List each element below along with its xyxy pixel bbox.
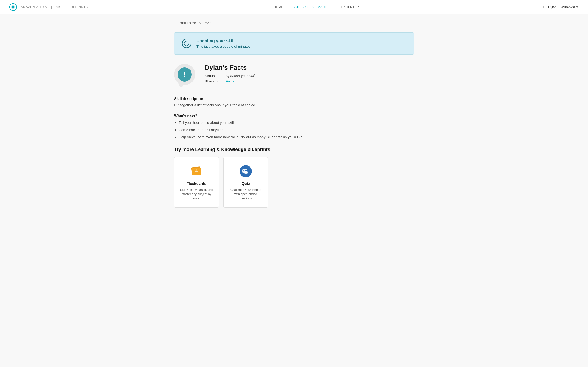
skill-icon-wrapper: ! (174, 64, 198, 87)
blueprint-label: Blueprint (205, 79, 224, 83)
update-banner-subtitle: This just takes a couple of minutes. (196, 44, 251, 48)
brand-text: Amazon Alexa | SKILL BLUEPRINTS (19, 5, 89, 9)
brand-separator: | (51, 5, 53, 9)
whats-next-title: What's next? (174, 114, 414, 118)
blueprint-link[interactable]: Facts (226, 79, 234, 83)
svg-rect-7 (195, 171, 198, 172)
svg-point-4 (184, 41, 189, 46)
user-menu[interactable]: Hi, Dylan E Wilbanks! ▼ (543, 5, 579, 9)
blueprint-card-quiz[interactable]: Quiz Challenge your friends with open-en… (224, 157, 268, 208)
blueprint-cards-container: Flashcards Study, test yourself, and mas… (174, 157, 414, 208)
flashcards-card-desc: Study, test yourself, and master any sub… (179, 188, 214, 201)
svg-point-11 (243, 170, 244, 171)
skill-description-title: Skill description (174, 97, 414, 101)
alexa-logo-icon (9, 3, 17, 11)
svg-point-13 (246, 170, 247, 171)
status-value: Updating your skill (226, 74, 255, 78)
quiz-card-desc: Challenge your friends with open-ended q… (228, 188, 263, 201)
list-item: Help Alexa learn even more new skills - … (179, 134, 414, 140)
chevron-down-icon: ▼ (576, 5, 579, 9)
user-greeting: Hi, Dylan E Wilbanks! (543, 5, 575, 9)
nav-help-center[interactable]: HELP CENTER (336, 5, 359, 9)
nav-skills-made[interactable]: SKILLS YOU'VE MADE (293, 5, 327, 9)
skill-description-section: Skill description Put together a list of… (174, 97, 414, 107)
flashcards-icon (189, 164, 203, 178)
skill-details: Dylan's Facts Status Updating your skill… (205, 64, 414, 83)
svg-point-3 (182, 39, 191, 48)
update-banner-title: Updating your skill (196, 39, 251, 43)
header-brand-group: Amazon Alexa | SKILL BLUEPRINTS (9, 3, 89, 11)
back-arrow-icon: ← (174, 21, 178, 25)
skill-icon-bubble: ! (174, 64, 195, 85)
list-item: Come back and edit anytime (179, 127, 414, 133)
main-nav: HOME SKILLS YOU'VE MADE HELP CENTER (274, 5, 359, 9)
quiz-icon (239, 164, 253, 178)
svg-point-12 (245, 170, 246, 171)
flashcards-card-title: Flashcards (179, 182, 214, 186)
skill-meta: Status Updating your skill Blueprint Fac… (205, 74, 414, 83)
quiz-card-title: Quiz (228, 182, 263, 186)
skill-info-section: ! Dylan's Facts Status Updating your ski… (174, 64, 414, 87)
blueprints-title: Try more Learning & Knowledge blueprints (174, 147, 414, 152)
breadcrumb[interactable]: ← SKILLS YOU'VE MADE (174, 21, 414, 25)
list-item: Tell your household about your skill (179, 120, 414, 125)
skill-description-text: Put together a list of facts about your … (174, 103, 414, 107)
svg-rect-10 (244, 171, 248, 174)
blueprint-card-flashcards[interactable]: Flashcards Study, test yourself, and mas… (174, 157, 219, 208)
updating-spinner-icon (181, 38, 192, 49)
update-banner: Updating your skill This just takes a co… (174, 33, 414, 55)
skill-icon-inner: ! (178, 67, 192, 82)
skill-blueprint-row: Blueprint Facts (205, 79, 414, 83)
skill-title: Dylan's Facts (205, 64, 414, 71)
header: Amazon Alexa | SKILL BLUEPRINTS HOME SKI… (0, 0, 588, 14)
skill-status-row: Status Updating your skill (205, 74, 414, 78)
nav-home[interactable]: HOME (274, 5, 283, 9)
whats-next-section: What's next? Tell your household about y… (174, 114, 414, 140)
product-name: SKILL BLUEPRINTS (56, 5, 88, 9)
brand-name: Amazon Alexa (21, 5, 47, 9)
update-banner-text: Updating your skill This just takes a co… (196, 39, 251, 48)
breadcrumb-label: SKILLS YOU'VE MADE (180, 22, 214, 25)
whats-next-list: Tell your household about your skill Com… (174, 120, 414, 140)
svg-point-2 (12, 6, 14, 8)
status-label: Status (205, 74, 224, 78)
bubble-tail (178, 82, 184, 87)
blueprints-section: Try more Learning & Knowledge blueprints… (174, 147, 414, 208)
main-content: ← SKILLS YOU'VE MADE Updating your skill… (165, 14, 423, 215)
exclamation-icon: ! (183, 70, 186, 78)
